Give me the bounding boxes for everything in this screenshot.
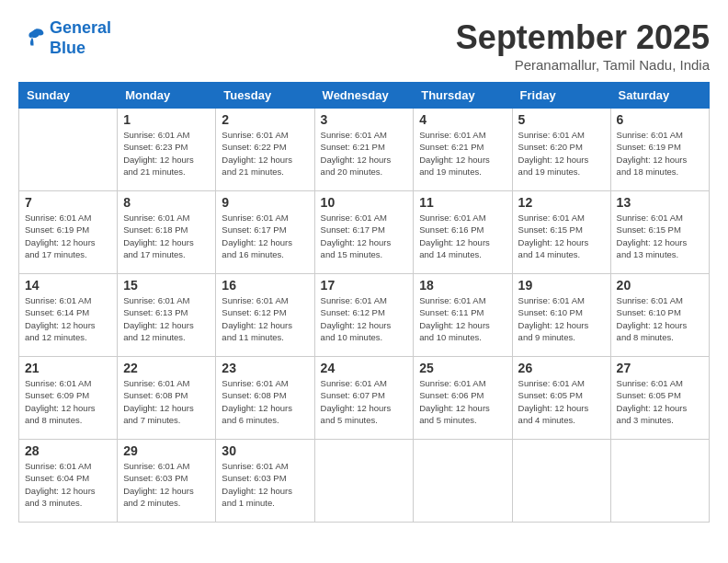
calendar-cell: 10Sunrise: 6:01 AMSunset: 6:17 PMDayligh…	[314, 191, 414, 274]
day-number: 7	[25, 195, 111, 210]
day-number: 14	[25, 278, 111, 293]
day-info: Sunrise: 6:01 AMSunset: 6:15 PMDaylight:…	[617, 212, 703, 260]
day-info: Sunrise: 6:01 AMSunset: 6:06 PMDaylight:…	[419, 377, 506, 426]
calendar-cell	[314, 440, 414, 523]
calendar-cell: 22Sunrise: 6:01 AMSunset: 6:08 PMDayligh…	[118, 357, 216, 440]
weekday-header: Tuesday	[216, 83, 314, 109]
calendar-cell	[512, 440, 610, 523]
calendar-cell: 17Sunrise: 6:01 AMSunset: 6:12 PMDayligh…	[314, 274, 414, 357]
calendar-cell: 8Sunrise: 6:01 AMSunset: 6:18 PMDaylight…	[118, 191, 216, 274]
logo-icon	[18, 25, 46, 52]
weekday-header: Saturday	[610, 83, 709, 109]
logo: General Blue	[18, 18, 111, 58]
weekday-header: Monday	[118, 83, 216, 109]
calendar-cell: 26Sunrise: 6:01 AMSunset: 6:05 PMDayligh…	[512, 357, 610, 440]
day-info: Sunrise: 6:01 AMSunset: 6:21 PMDaylight:…	[419, 129, 506, 178]
weekday-header: Friday	[512, 83, 610, 109]
day-info: Sunrise: 6:01 AMSunset: 6:19 PMDaylight:…	[617, 129, 703, 178]
calendar-header-row: SundayMondayTuesdayWednesdayThursdayFrid…	[19, 83, 710, 109]
day-info: Sunrise: 6:01 AMSunset: 6:03 PMDaylight:…	[222, 460, 308, 509]
calendar-week-row: 14Sunrise: 6:01 AMSunset: 6:14 PMDayligh…	[19, 274, 710, 357]
day-number: 2	[222, 112, 308, 127]
day-info: Sunrise: 6:01 AMSunset: 6:08 PMDaylight:…	[123, 377, 210, 426]
calendar-week-row: 28Sunrise: 6:01 AMSunset: 6:04 PMDayligh…	[19, 440, 710, 523]
calendar-cell	[414, 440, 512, 523]
day-info: Sunrise: 6:01 AMSunset: 6:18 PMDaylight:…	[123, 212, 210, 260]
calendar-cell: 28Sunrise: 6:01 AMSunset: 6:04 PMDayligh…	[19, 440, 118, 523]
calendar-table: SundayMondayTuesdayWednesdayThursdayFrid…	[18, 82, 710, 523]
day-number: 24	[321, 361, 408, 375]
calendar-cell: 25Sunrise: 6:01 AMSunset: 6:06 PMDayligh…	[414, 357, 512, 440]
day-info: Sunrise: 6:01 AMSunset: 6:17 PMDaylight:…	[321, 212, 408, 260]
calendar-week-row: 21Sunrise: 6:01 AMSunset: 6:09 PMDayligh…	[19, 357, 710, 440]
day-number: 21	[25, 361, 111, 375]
logo-text: General Blue	[50, 18, 111, 58]
day-number: 28	[25, 443, 111, 458]
day-number: 18	[419, 278, 506, 293]
calendar-cell: 14Sunrise: 6:01 AMSunset: 6:14 PMDayligh…	[19, 274, 118, 357]
day-info: Sunrise: 6:01 AMSunset: 6:05 PMDaylight:…	[518, 377, 605, 426]
calendar-week-row: 7Sunrise: 6:01 AMSunset: 6:19 PMDaylight…	[19, 191, 710, 274]
location: Peranamallur, Tamil Nadu, India	[456, 57, 710, 73]
day-info: Sunrise: 6:01 AMSunset: 6:11 PMDaylight:…	[419, 294, 506, 343]
day-number: 26	[518, 361, 605, 375]
calendar-body: 1Sunrise: 6:01 AMSunset: 6:23 PMDaylight…	[19, 109, 710, 523]
day-number: 22	[123, 361, 210, 375]
calendar-cell: 5Sunrise: 6:01 AMSunset: 6:20 PMDaylight…	[512, 109, 610, 191]
day-number: 4	[419, 112, 506, 127]
day-number: 15	[123, 278, 210, 293]
day-info: Sunrise: 6:01 AMSunset: 6:05 PMDaylight:…	[617, 377, 703, 426]
day-number: 12	[518, 195, 605, 210]
day-number: 5	[518, 112, 605, 127]
day-number: 1	[123, 112, 210, 127]
calendar-cell: 18Sunrise: 6:01 AMSunset: 6:11 PMDayligh…	[414, 274, 512, 357]
day-info: Sunrise: 6:01 AMSunset: 6:14 PMDaylight:…	[25, 294, 111, 343]
title-block: September 2025 Peranamallur, Tamil Nadu,…	[456, 18, 710, 73]
day-info: Sunrise: 6:01 AMSunset: 6:07 PMDaylight:…	[321, 377, 408, 426]
day-number: 10	[321, 195, 408, 210]
calendar-cell: 16Sunrise: 6:01 AMSunset: 6:12 PMDayligh…	[216, 274, 314, 357]
day-number: 9	[222, 195, 308, 210]
day-info: Sunrise: 6:01 AMSunset: 6:12 PMDaylight:…	[321, 294, 408, 343]
day-info: Sunrise: 6:01 AMSunset: 6:12 PMDaylight:…	[222, 294, 308, 343]
day-number: 13	[617, 195, 703, 210]
calendar-cell: 24Sunrise: 6:01 AMSunset: 6:07 PMDayligh…	[314, 357, 414, 440]
calendar-cell: 15Sunrise: 6:01 AMSunset: 6:13 PMDayligh…	[118, 274, 216, 357]
calendar-cell: 21Sunrise: 6:01 AMSunset: 6:09 PMDayligh…	[19, 357, 118, 440]
calendar-cell: 11Sunrise: 6:01 AMSunset: 6:16 PMDayligh…	[414, 191, 512, 274]
day-info: Sunrise: 6:01 AMSunset: 6:20 PMDaylight:…	[518, 129, 605, 178]
month-title: September 2025	[456, 18, 710, 57]
calendar-cell: 13Sunrise: 6:01 AMSunset: 6:15 PMDayligh…	[610, 191, 709, 274]
calendar-cell: 20Sunrise: 6:01 AMSunset: 6:10 PMDayligh…	[610, 274, 709, 357]
day-info: Sunrise: 6:01 AMSunset: 6:10 PMDaylight:…	[617, 294, 703, 343]
day-number: 19	[518, 278, 605, 293]
weekday-header: Thursday	[414, 83, 512, 109]
day-number: 20	[617, 278, 703, 293]
calendar-cell: 30Sunrise: 6:01 AMSunset: 6:03 PMDayligh…	[216, 440, 314, 523]
day-number: 3	[321, 112, 408, 127]
calendar-cell	[19, 109, 118, 191]
day-number: 30	[222, 443, 308, 458]
day-info: Sunrise: 6:01 AMSunset: 6:22 PMDaylight:…	[222, 129, 308, 178]
day-info: Sunrise: 6:01 AMSunset: 6:21 PMDaylight:…	[321, 129, 408, 178]
calendar-cell: 27Sunrise: 6:01 AMSunset: 6:05 PMDayligh…	[610, 357, 709, 440]
calendar-week-row: 1Sunrise: 6:01 AMSunset: 6:23 PMDaylight…	[19, 109, 710, 191]
day-info: Sunrise: 6:01 AMSunset: 6:16 PMDaylight:…	[419, 212, 506, 260]
calendar-cell	[610, 440, 709, 523]
page-header: General Blue September 2025 Peranamallur…	[18, 18, 710, 73]
day-info: Sunrise: 6:01 AMSunset: 6:17 PMDaylight:…	[222, 212, 308, 260]
day-info: Sunrise: 6:01 AMSunset: 6:09 PMDaylight:…	[25, 377, 111, 426]
calendar-cell: 9Sunrise: 6:01 AMSunset: 6:17 PMDaylight…	[216, 191, 314, 274]
day-number: 29	[123, 443, 210, 458]
calendar-cell: 7Sunrise: 6:01 AMSunset: 6:19 PMDaylight…	[19, 191, 118, 274]
day-number: 17	[321, 278, 408, 293]
day-info: Sunrise: 6:01 AMSunset: 6:08 PMDaylight:…	[222, 377, 308, 426]
weekday-header: Sunday	[19, 83, 118, 109]
calendar-cell: 3Sunrise: 6:01 AMSunset: 6:21 PMDaylight…	[314, 109, 414, 191]
day-number: 23	[222, 361, 308, 375]
calendar-cell: 4Sunrise: 6:01 AMSunset: 6:21 PMDaylight…	[414, 109, 512, 191]
calendar-cell: 23Sunrise: 6:01 AMSunset: 6:08 PMDayligh…	[216, 357, 314, 440]
day-info: Sunrise: 6:01 AMSunset: 6:03 PMDaylight:…	[123, 460, 210, 509]
day-number: 25	[419, 361, 506, 375]
day-info: Sunrise: 6:01 AMSunset: 6:19 PMDaylight:…	[25, 212, 111, 260]
